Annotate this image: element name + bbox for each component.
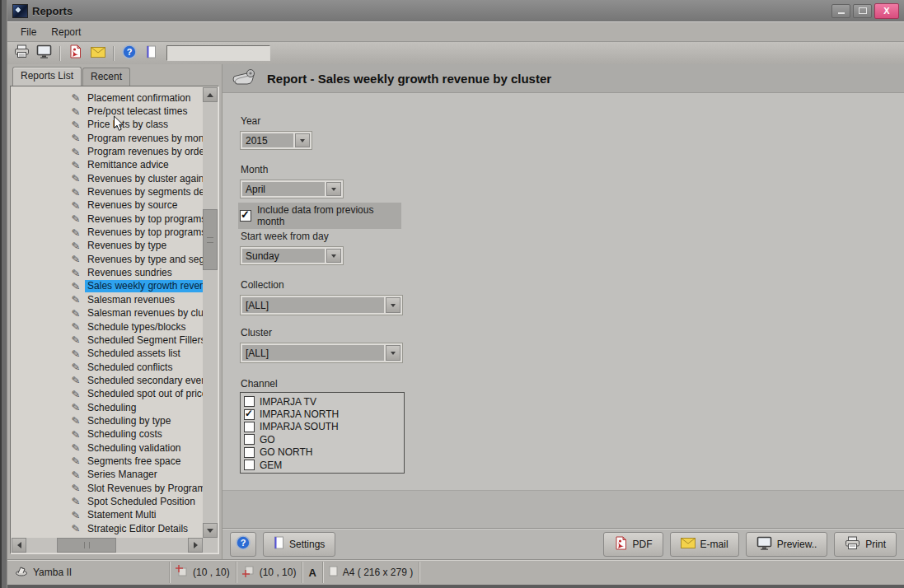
pdf-button[interactable]: PDF bbox=[603, 532, 663, 557]
scroll-left-button[interactable] bbox=[12, 538, 26, 553]
report-item-icon: ✎ bbox=[71, 187, 80, 198]
report-list-item[interactable]: ✎ Revenues by top programs bbox=[12, 212, 203, 226]
reports-listbox: ✎ Placement confirmation ✎ Pre/post tele… bbox=[10, 86, 219, 554]
month-dropdown-arrow[interactable] bbox=[326, 182, 341, 196]
minimize-button[interactable] bbox=[831, 4, 850, 18]
collection-dropdown[interactable]: [ALL] bbox=[240, 295, 403, 315]
menu-report[interactable]: Report bbox=[44, 24, 87, 40]
report-list-item[interactable]: ✎ Revenues by type and segm bbox=[12, 253, 203, 266]
vertical-scrollbar[interactable] bbox=[203, 87, 218, 538]
tab[interactable]: Reports List bbox=[12, 67, 82, 86]
report-list-item[interactable]: ✎ Revenues by segments deta bbox=[12, 185, 203, 198]
menu-file[interactable]: File bbox=[14, 24, 43, 40]
channel-option[interactable]: IMPARJA SOUTH bbox=[244, 421, 404, 433]
report-list-item[interactable]: ✎ Scheduled spot out of price l bbox=[12, 388, 203, 401]
report-list-item[interactable]: ✎ Scheduled Segment Fillers bbox=[12, 334, 203, 347]
report-list-item[interactable]: ✎ Price lists by class bbox=[12, 119, 203, 132]
report-list-item[interactable]: ✎ Revenues by cluster against bbox=[12, 172, 203, 185]
print-button[interactable]: Print bbox=[834, 532, 897, 557]
report-list-item[interactable]: ✎ Scheduled assets list bbox=[12, 348, 203, 361]
report-list-item[interactable]: ✎ Revenues by source bbox=[12, 199, 203, 212]
include-previous-checkbox[interactable] bbox=[240, 210, 251, 222]
pdf-toolbar-button[interactable] bbox=[65, 44, 86, 63]
cluster-dropdown[interactable]: [ALL] bbox=[240, 343, 403, 363]
vertical-scroll-thumb[interactable] bbox=[203, 209, 218, 270]
channel-checkbox[interactable] bbox=[244, 460, 255, 470]
page-toolbar-button[interactable] bbox=[141, 44, 162, 63]
status-profile: Yamba II bbox=[9, 562, 170, 583]
maximize-button[interactable] bbox=[853, 4, 872, 18]
report-item-icon: ✎ bbox=[71, 429, 80, 441]
preview-toolbar-button[interactable] bbox=[34, 44, 54, 63]
report-list-item[interactable]: ✎ Slot Revenues by Programs bbox=[12, 482, 203, 495]
help-button[interactable]: ? bbox=[230, 532, 256, 557]
report-list-item[interactable]: ✎ Sales weekly growth revenu bbox=[12, 280, 203, 293]
report-list-item[interactable]: ✎ Spot Scheduled Position bbox=[12, 495, 203, 508]
scroll-down-button[interactable] bbox=[203, 523, 218, 538]
help-icon: ? bbox=[122, 44, 137, 63]
channel-option[interactable]: GO bbox=[244, 433, 404, 446]
report-list-item[interactable]: ✎ Salesman revenues bbox=[12, 293, 203, 306]
title-bar[interactable]: Reports X bbox=[7, 0, 904, 21]
report-list-item[interactable]: ✎ Remittance advice bbox=[12, 159, 203, 172]
tab[interactable]: Recent bbox=[82, 68, 130, 86]
report-item-icon: ✎ bbox=[71, 321, 80, 333]
print-toolbar-button[interactable] bbox=[12, 44, 32, 63]
report-list-item[interactable]: ✎ Pre/post telecast times bbox=[12, 105, 203, 118]
report-list-item[interactable]: ✎ Salesman revenues by cluste bbox=[12, 307, 203, 320]
report-list-item[interactable]: ✎ Segments free space bbox=[12, 455, 203, 468]
collection-label: Collection bbox=[241, 279, 284, 291]
collection-dropdown-arrow[interactable] bbox=[386, 297, 400, 313]
channel-option[interactable]: IMPARJA TV bbox=[244, 395, 404, 408]
report-list-item[interactable]: ✎ Revenues by type bbox=[12, 240, 203, 253]
report-list-item[interactable]: ✎ Scheduling bbox=[12, 401, 203, 414]
help-toolbar-button[interactable]: ? bbox=[119, 44, 139, 63]
report-list-item[interactable]: ✎ Revenues sundries bbox=[12, 266, 203, 279]
report-list-item[interactable]: ✎ Series Manager bbox=[12, 469, 203, 482]
horizontal-scrollbar[interactable] bbox=[12, 538, 203, 553]
report-list-item[interactable]: ✎ Scheduled conflicts bbox=[12, 361, 203, 374]
horizontal-scroll-thumb[interactable] bbox=[57, 538, 116, 553]
channel-checkbox[interactable] bbox=[244, 447, 255, 458]
report-item-icon: ✎ bbox=[71, 375, 80, 386]
report-list-item[interactable]: ✎ Revenues by top programs F bbox=[12, 226, 203, 239]
report-list-item[interactable]: ✎ Program revenues by order bbox=[12, 145, 203, 158]
month-dropdown[interactable]: April bbox=[240, 180, 344, 198]
settings-button[interactable]: Settings bbox=[263, 532, 335, 557]
channel-checkbox[interactable] bbox=[244, 434, 255, 445]
help-icon: ? bbox=[236, 535, 251, 553]
include-previous-row[interactable]: Include data from previous month bbox=[238, 203, 401, 229]
start-week-dropdown-arrow[interactable] bbox=[326, 249, 341, 263]
report-list-item[interactable]: ✎ Scheduling by type bbox=[12, 414, 203, 427]
report-list-item[interactable]: ✎ Program revenues by month bbox=[12, 132, 203, 145]
start-week-dropdown[interactable]: Sunday bbox=[240, 246, 344, 265]
channel-option[interactable]: IMPARJA NORTH bbox=[244, 408, 404, 420]
email-button[interactable]: E-mail bbox=[670, 532, 739, 557]
channel-checkbox[interactable] bbox=[244, 422, 255, 432]
scroll-up-button[interactable] bbox=[203, 87, 218, 102]
report-list-item[interactable]: ✎ Strategic Editor Details bbox=[12, 522, 203, 535]
year-dropdown[interactable]: 2015 bbox=[240, 131, 312, 150]
channel-listbox[interactable]: IMPARJA TV IMPARJA NORTH IMPARJA SOUTH bbox=[240, 392, 405, 474]
channel-option[interactable]: GEM bbox=[244, 459, 404, 471]
preview-button[interactable]: Preview.. bbox=[746, 532, 828, 557]
toolbar-input[interactable] bbox=[166, 45, 270, 61]
channel-option[interactable]: GO NORTH bbox=[244, 446, 404, 459]
report-list-item[interactable]: ✎ Placement confirmation bbox=[12, 91, 203, 105]
report-list-item[interactable]: ✎ Scheduling costs bbox=[12, 428, 203, 441]
report-list-item[interactable]: ✎ Schedule types/blocks bbox=[12, 320, 203, 334]
report-item-icon: ✎ bbox=[71, 268, 80, 279]
report-list-item[interactable]: ✎ Statement Multi bbox=[12, 509, 203, 522]
report-item-icon: ✎ bbox=[71, 334, 80, 346]
email-toolbar-button[interactable] bbox=[87, 44, 108, 63]
report-list-item[interactable]: ✎ Scheduled secondary events bbox=[12, 374, 203, 387]
report-list-item[interactable]: ✎ Scheduling validation bbox=[12, 441, 203, 455]
cluster-dropdown-arrow[interactable] bbox=[386, 345, 400, 361]
year-dropdown-arrow[interactable] bbox=[295, 133, 310, 147]
channel-checkbox[interactable] bbox=[244, 396, 255, 407]
svg-text:?: ? bbox=[241, 538, 246, 548]
channel-checkbox[interactable] bbox=[244, 409, 255, 420]
scroll-right-button[interactable] bbox=[188, 538, 203, 553]
report-item-icon: ✎ bbox=[71, 281, 80, 292]
close-button[interactable]: X bbox=[874, 3, 899, 19]
